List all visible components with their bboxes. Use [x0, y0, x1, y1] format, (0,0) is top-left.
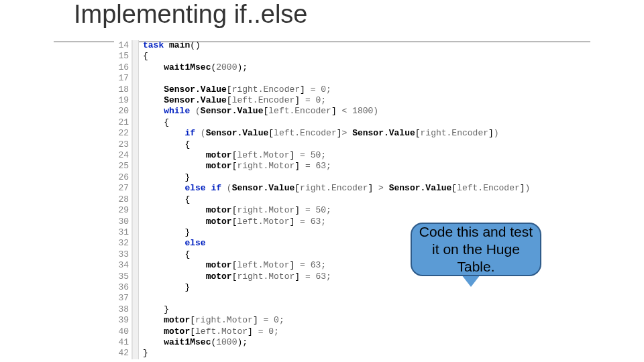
line-number: 24	[114, 150, 129, 161]
code-line: Sensor.Value[right.Encoder] = 0;	[143, 84, 530, 95]
marker-column	[133, 40, 139, 359]
line-number: 33	[114, 249, 129, 260]
line-number: 35	[114, 272, 129, 282]
source-code: task main(){ wait1Msec(2000); Sensor.Val…	[139, 40, 530, 359]
code-line: Sensor.Value[left.Encoder] = 0;	[143, 95, 530, 106]
line-number: 36	[114, 282, 129, 293]
code-line: }	[143, 304, 530, 315]
line-number: 19	[114, 95, 129, 106]
line-number: 17	[114, 73, 129, 84]
code-line: }	[143, 172, 530, 183]
line-number: 42	[114, 348, 129, 359]
code-line: if (Sensor.Value[left.Encoder]> Sensor.V…	[143, 128, 530, 139]
line-number: 27	[114, 183, 129, 194]
callout-text: Code this and test it on the Huge Table.	[417, 223, 535, 276]
code-line: wait1Msec(2000);	[143, 62, 530, 73]
code-line: {	[143, 51, 530, 62]
line-number: 28	[114, 194, 129, 205]
code-line	[143, 293, 530, 304]
line-number-gutter: 1415161718192021222324252627282930313233…	[114, 40, 133, 359]
line-number: 18	[114, 84, 129, 95]
line-number: 23	[114, 139, 129, 150]
line-number: 31	[114, 227, 129, 238]
line-number: 26	[114, 172, 129, 183]
line-number: 32	[114, 238, 129, 249]
line-number: 30	[114, 217, 129, 227]
code-line: motor[left.Motor] = 0;	[143, 326, 530, 337]
code-line: wait1Msec(1000);	[143, 337, 530, 348]
code-line: motor[right.Motor] = 63;	[143, 161, 530, 172]
line-number: 39	[114, 315, 129, 326]
code-line: else if (Sensor.Value[right.Encoder] > S…	[143, 183, 530, 194]
slide: Implementing if..else 141516171819202122…	[0, 0, 644, 362]
line-number: 14	[114, 40, 129, 51]
callout-tail	[462, 275, 480, 287]
code-line: {	[143, 139, 530, 150]
line-number: 34	[114, 260, 129, 271]
code-line: motor[right.Motor] = 0;	[143, 315, 530, 326]
line-number: 16	[114, 62, 129, 73]
code-line: task main()	[143, 40, 530, 51]
line-number: 38	[114, 304, 129, 315]
slide-title: Implementing if..else	[74, 0, 308, 29]
code-line: while (Sensor.Value[left.Encoder] < 1800…	[143, 106, 530, 117]
line-number: 40	[114, 326, 129, 337]
code-line: motor[left.Motor] = 50;	[143, 150, 530, 161]
code-line: motor[right.Motor] = 50;	[143, 205, 530, 216]
line-number: 41	[114, 337, 129, 348]
line-number: 15	[114, 51, 129, 62]
code-line	[143, 73, 530, 84]
code-line: {	[143, 194, 530, 205]
callout-bubble: Code this and test it on the Huge Table.	[411, 223, 541, 276]
line-number: 37	[114, 293, 129, 304]
code-line: {	[143, 117, 530, 128]
line-number: 22	[114, 128, 129, 139]
line-number: 21	[114, 117, 129, 128]
line-number: 25	[114, 161, 129, 172]
code-line: }	[143, 348, 530, 359]
code-editor: 1415161718192021222324252627282930313233…	[114, 40, 530, 359]
line-number: 29	[114, 205, 129, 216]
line-number: 20	[114, 106, 129, 117]
